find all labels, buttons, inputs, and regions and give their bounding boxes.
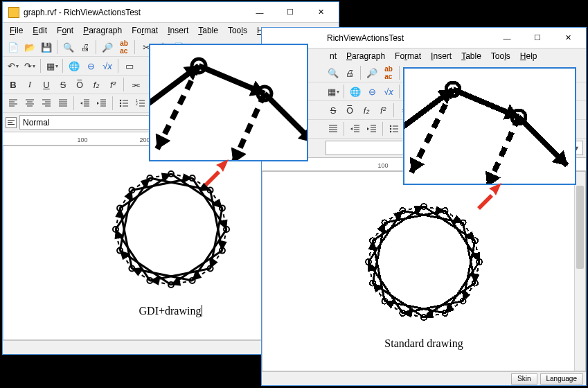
numbering-icon[interactable]: 12 [133, 96, 148, 111]
bold-button[interactable]: B [6, 77, 21, 92]
minimize-button[interactable]: — [492, 28, 522, 48]
equation-icon[interactable]: √x [100, 58, 115, 73]
equation-icon[interactable]: √x [381, 84, 396, 99]
document-area[interactable]: Standard drawing [262, 171, 586, 371]
maximize-button[interactable]: ☐ [522, 28, 553, 48]
open-icon[interactable]: 📂 [22, 39, 37, 55]
print-preview-icon[interactable]: 🔍 [61, 39, 76, 55]
svg-point-2 [120, 105, 121, 107]
align-justify-icon[interactable] [326, 121, 341, 136]
align-left-icon[interactable] [6, 96, 21, 111]
strike-button[interactable]: S [326, 103, 341, 118]
bullets-icon[interactable] [386, 121, 402, 136]
svg-point-55 [390, 131, 391, 132]
italic-button[interactable]: I [22, 77, 37, 92]
menu-table[interactable]: Table [194, 24, 222, 37]
align-right-icon[interactable] [39, 96, 54, 111]
menu-format[interactable]: Format [127, 24, 162, 37]
minimize-button[interactable]: — [244, 3, 275, 22]
menu-insert[interactable]: Insert [163, 24, 193, 37]
menu-edit[interactable]: Edit [28, 24, 51, 37]
app-icon [8, 7, 19, 18]
zoom-inset-aliased [403, 67, 576, 185]
globe-icon[interactable]: ⊖ [83, 58, 98, 73]
link-icon[interactable]: ⫘ [127, 77, 143, 92]
menu-tools[interactable]: Tools [487, 50, 515, 62]
page-layout-icon[interactable]: ▭ [122, 58, 137, 73]
overline-button[interactable]: O̅ [342, 103, 357, 118]
menu-file[interactable]: File [6, 24, 27, 37]
menu-insert[interactable]: Insert [427, 50, 456, 62]
menubar: nt Paragraph Format Insert Table Tools H… [262, 48, 586, 64]
menu-format[interactable]: Format [391, 50, 425, 62]
titlebar[interactable]: graph.rvf - RichViewActionsTest — ☐ ✕ [3, 2, 339, 23]
window-title: graph.rvf - RichViewActionsTest [24, 8, 244, 17]
menu-paragraph[interactable]: Paragraph [79, 24, 126, 37]
strike-button[interactable]: S [55, 77, 71, 92]
subscript-button[interactable]: f₂ [89, 77, 104, 92]
hyperlink-icon[interactable]: 🌐 [66, 58, 82, 73]
table-insert-icon[interactable]: ▦ [326, 84, 341, 99]
ruler-mark: 100 [377, 162, 388, 169]
replace-icon[interactable]: abac [116, 39, 132, 55]
align-center-icon[interactable] [22, 96, 37, 111]
close-button[interactable]: ✕ [553, 28, 583, 48]
redo-icon[interactable]: ↷ [22, 58, 37, 73]
circular-graph-icon [355, 193, 493, 331]
indent-increase-icon[interactable] [94, 96, 109, 111]
svg-point-53 [390, 125, 391, 127]
statusbar: Skin Language [262, 371, 586, 385]
align-justify-icon[interactable] [55, 96, 71, 111]
print-icon[interactable]: 🖨 [78, 39, 93, 55]
skin-button[interactable]: Skin [511, 373, 537, 385]
print-icon[interactable]: 🖨 [342, 65, 357, 80]
window-title: RichViewActionsTest [262, 33, 492, 43]
menu-tools[interactable]: Tools [224, 24, 251, 37]
overline-button[interactable]: O̅ [72, 77, 87, 92]
menu-table[interactable]: Table [457, 50, 485, 62]
save-icon[interactable]: 💾 [39, 39, 54, 55]
graph-figure: Standard drawing [355, 193, 493, 350]
table-insert-icon[interactable]: ▦ [44, 58, 60, 73]
replace-icon[interactable]: abac [381, 65, 396, 80]
vertical-scrollbar[interactable] [574, 172, 585, 371]
ruler-mark: 100 [77, 136, 87, 143]
maximize-button[interactable]: ☐ [275, 3, 305, 22]
underline-button[interactable]: U [39, 77, 54, 92]
titlebar[interactable]: RichViewActionsTest — ☐ ✕ [262, 28, 586, 48]
svg-point-0 [120, 100, 121, 101]
svg-text:2: 2 [136, 102, 138, 106]
red-arrow-icon [474, 183, 501, 213]
hyperlink-icon[interactable]: 🌐 [348, 84, 363, 99]
superscript-button[interactable]: f² [375, 103, 391, 118]
zoom-inset-smooth [149, 44, 308, 161]
graph-caption: GDI+drawing [102, 305, 240, 317]
find-icon[interactable]: 🔎 [100, 39, 115, 55]
new-icon[interactable]: 📄 [6, 39, 21, 55]
bullets-icon[interactable] [116, 96, 132, 111]
indent-increase-icon[interactable] [364, 121, 380, 136]
menu-font-trunc[interactable]: nt [326, 50, 341, 62]
undo-icon[interactable]: ↶ [6, 58, 21, 73]
indent-decrease-icon[interactable] [348, 121, 363, 136]
print-preview-icon[interactable]: 🔍 [326, 65, 341, 80]
svg-point-54 [390, 128, 391, 130]
menu-help[interactable]: Help [516, 50, 542, 62]
language-button[interactable]: Language [540, 373, 584, 385]
superscript-button[interactable]: f² [105, 77, 121, 92]
globe-icon[interactable]: ⊖ [364, 84, 380, 99]
menu-font[interactable]: Font [53, 24, 78, 37]
menu-paragraph[interactable]: Paragraph [342, 50, 389, 62]
style-align-icon[interactable] [6, 117, 17, 128]
indent-decrease-icon[interactable] [78, 96, 93, 111]
close-button[interactable]: ✕ [305, 3, 336, 22]
svg-point-1 [120, 103, 121, 104]
style-select-value: Normal [23, 118, 50, 127]
find-icon[interactable]: 🔎 [364, 65, 380, 80]
red-arrow-icon [201, 159, 229, 189]
graph-caption: Standard drawing [355, 337, 493, 350]
subscript-button[interactable]: f₂ [359, 103, 374, 118]
